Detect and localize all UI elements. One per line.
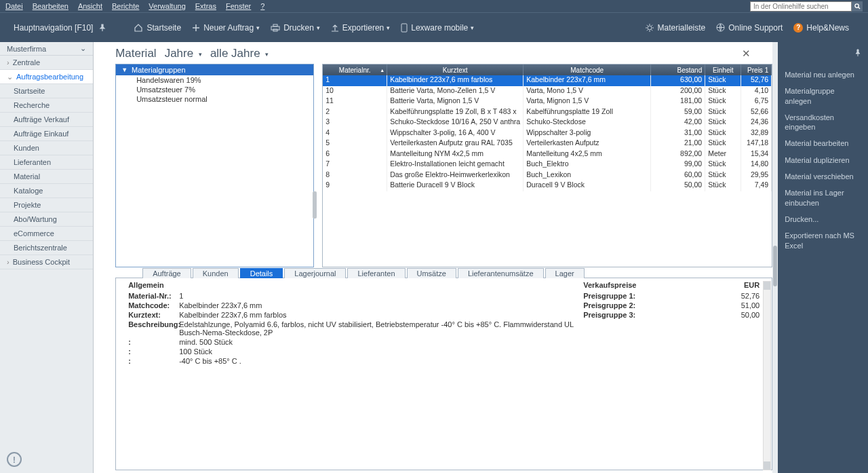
support-button[interactable]: Online Support: [716, 23, 783, 33]
export-button[interactable]: Exportieren▾: [331, 23, 390, 33]
tree-item[interactable]: Handelswaren 19%: [116, 75, 313, 85]
sidebar-item-zentrale[interactable]: Zentrale: [0, 56, 93, 70]
sidebar-item-berichtszentrale[interactable]: Berichtszentrale: [0, 241, 93, 255]
action-exportieren-nach-ms-excel[interactable]: Exportieren nach MS Excel: [785, 227, 861, 254]
tab-lieferantenumsätze[interactable]: Lieferantenumsätze: [458, 268, 544, 278]
content-scrollbar[interactable]: [772, 42, 778, 473]
sidebar-item-lieferanten[interactable]: Lieferanten: [0, 155, 93, 170]
menu-fenster[interactable]: Fenster: [226, 2, 251, 10]
magnify-icon: [854, 3, 861, 10]
jahre-dropdown[interactable]: Jahre ▾: [165, 47, 202, 60]
gear-icon: [645, 23, 654, 33]
sidebar-item-auftr-ge-einkauf[interactable]: Aufträge Einkauf: [0, 127, 93, 141]
pin-icon[interactable]: [98, 24, 106, 32]
table-row[interactable]: 6Mantelleitung NYM 4x2,5 mmMantelleitung…: [323, 149, 772, 160]
sidebar-item-abo-wartung[interactable]: Abo/Wartung: [0, 212, 93, 227]
menu-ansicht[interactable]: Ansicht: [78, 2, 102, 10]
tab-lager[interactable]: Lager: [545, 268, 585, 278]
print-button[interactable]: Drucken▾: [271, 23, 320, 33]
action-versandkosten-eingeben[interactable]: Versandkosten eingeben: [785, 109, 861, 136]
section-allgemein: Allgemein: [128, 281, 583, 289]
svg-point-0: [854, 3, 858, 7]
detail-row: :100 Stück: [128, 347, 583, 356]
tree-item[interactable]: Umsatzsteuer 7%: [116, 85, 313, 94]
action-materialgruppe-anlegen[interactable]: Materialgruppe anlegen: [785, 83, 861, 109]
new-order-button[interactable]: Neuer Auftrag▾: [192, 23, 260, 33]
action-material-ins-lager-einbuchen[interactable]: Material ins Lager einbuchen: [785, 185, 861, 211]
svg-rect-3: [273, 24, 277, 26]
menu-berichte[interactable]: Berichte: [112, 2, 139, 10]
table-row[interactable]: 3Schuko-Steckdose 10/16 A, 250 V anthraS…: [323, 117, 772, 128]
splitter-handle[interactable]: [313, 191, 317, 219]
svg-point-6: [648, 26, 652, 30]
table-row[interactable]: 2Kabelführungsplatte 19 Zoll, B x T 483 …: [323, 107, 772, 118]
action-material-bearbeiten[interactable]: Material bearbeiten: [785, 135, 861, 151]
materialleiste-button[interactable]: Materialleiste: [645, 23, 706, 33]
menu-extras[interactable]: Extras: [195, 2, 216, 10]
action-panel: Material neu anlegenMaterialgruppe anleg…: [778, 42, 868, 473]
menu-help[interactable]: ?: [260, 2, 264, 10]
detail-scrollbar[interactable]: [763, 281, 771, 470]
action-material-duplizieren[interactable]: Material duplizieren: [785, 152, 861, 168]
sidebar-item-auftragsbearbeitung[interactable]: Auftragsbearbeitung: [0, 70, 93, 84]
col-bestand[interactable]: Bestand: [651, 64, 705, 75]
table-row[interactable]: 7Elektro-Installationen leicht gemachtBu…: [323, 159, 772, 170]
sidebar-item-business-cockpit[interactable]: Business Cockpit: [0, 255, 93, 269]
mobile-icon: [401, 23, 408, 33]
detail-row: :-40° C bis +85° C .: [128, 356, 583, 366]
table-row[interactable]: 10Batterie Varta, Mono-Zellen 1,5 VVarta…: [323, 86, 772, 97]
home-button[interactable]: Startseite: [134, 23, 181, 33]
tree-root[interactable]: ▼ Materialgruppen: [116, 64, 313, 75]
sidebar-item-ecommerce[interactable]: eCommerce: [0, 227, 93, 241]
material-groups-tree: ▼ Materialgruppen Handelswaren 19%Umsatz…: [115, 64, 314, 267]
help-search-button[interactable]: [852, 1, 863, 12]
tab-lieferanten[interactable]: Lieferanten: [347, 268, 405, 278]
pin-icon[interactable]: [854, 49, 861, 57]
col-einheit[interactable]: Einheit: [705, 64, 741, 75]
table-row[interactable]: 8Das große Elektro-HeimwerkerlexikonBuch…: [323, 170, 772, 181]
sidebar-item-startseite[interactable]: Startseite: [0, 84, 93, 98]
col-preis[interactable]: Preis 1: [741, 64, 772, 75]
tab-aufträge[interactable]: Aufträge: [142, 268, 191, 278]
menu-verwaltung[interactable]: Verwaltung: [149, 2, 185, 10]
col-matchcode[interactable]: Matchcode: [524, 64, 651, 75]
sidebar-item-projekte[interactable]: Projekte: [0, 198, 93, 212]
sidebar-item-kunden[interactable]: Kunden: [0, 141, 93, 155]
table-row[interactable]: 1Kabelbinder 223x7,6 mm farblosKabelbind…: [323, 75, 772, 86]
close-button[interactable]: ✕: [742, 48, 756, 60]
tab-kunden[interactable]: Kunden: [193, 268, 239, 278]
tab-umsätze[interactable]: Umsätze: [407, 268, 456, 278]
col-materialnr[interactable]: Materialnr.: [323, 64, 387, 75]
tree-item[interactable]: Umsatzsteuer normal: [116, 94, 313, 104]
svg-rect-5: [401, 24, 407, 32]
action-drucken-[interactable]: Drucken...: [785, 211, 861, 227]
company-selector[interactable]: Musterfirma ⌄: [0, 42, 93, 56]
export-icon: [331, 24, 339, 32]
detail-panel: Allgemein Material-Nr.:1Matchcode:Kabelb…: [115, 278, 772, 470]
sidebar-item-material[interactable]: Material: [0, 170, 93, 184]
table-row[interactable]: 5Verteilerkasten Aufputz grau RAL 7035Ve…: [323, 138, 772, 149]
price-row: Preisgruppe 3:50,00: [583, 310, 760, 320]
alert-icon[interactable]: !: [7, 452, 22, 467]
menu-bearbeiten[interactable]: Bearbeiten: [33, 2, 68, 10]
sidebar-item-recherche[interactable]: Recherche: [0, 98, 93, 113]
tab-details[interactable]: Details: [240, 268, 283, 278]
alle-jahre-dropdown[interactable]: alle Jahre ▾: [210, 47, 269, 60]
grid-header: Materialnr. Kurztext Matchcode Bestand E…: [323, 64, 772, 75]
table-row[interactable]: 9Batterie Duracell 9 V BlockDuracell 9 V…: [323, 181, 772, 191]
helpnews-button[interactable]: ? Help&News: [793, 23, 849, 33]
table-row[interactable]: 4Wippschalter 3-polig, 16 A, 400 VWippsc…: [323, 128, 772, 139]
table-row[interactable]: 11Batterie Varta, Mignon 1,5 VVarta, Mig…: [323, 96, 772, 107]
col-kurztext[interactable]: Kurztext: [387, 64, 524, 75]
menu-datei[interactable]: Datei: [5, 2, 23, 10]
help-search-input[interactable]: [750, 1, 852, 12]
action-material-neu-anlegen[interactable]: Material neu anlegen: [785, 67, 861, 83]
mobile-button[interactable]: Lexware mobile▾: [401, 23, 474, 33]
globe-icon: [716, 23, 725, 32]
menubar: Datei Bearbeiten Ansicht Berichte Verwal…: [0, 0, 868, 12]
sidebar-item-auftr-ge-verkauf[interactable]: Aufträge Verkauf: [0, 113, 93, 127]
tab-lagerjournal[interactable]: Lagerjournal: [284, 268, 346, 278]
plus-icon: [192, 24, 200, 32]
action-material-verschieben[interactable]: Material verschieben: [785, 168, 861, 185]
sidebar-item-kataloge[interactable]: Kataloge: [0, 184, 93, 198]
